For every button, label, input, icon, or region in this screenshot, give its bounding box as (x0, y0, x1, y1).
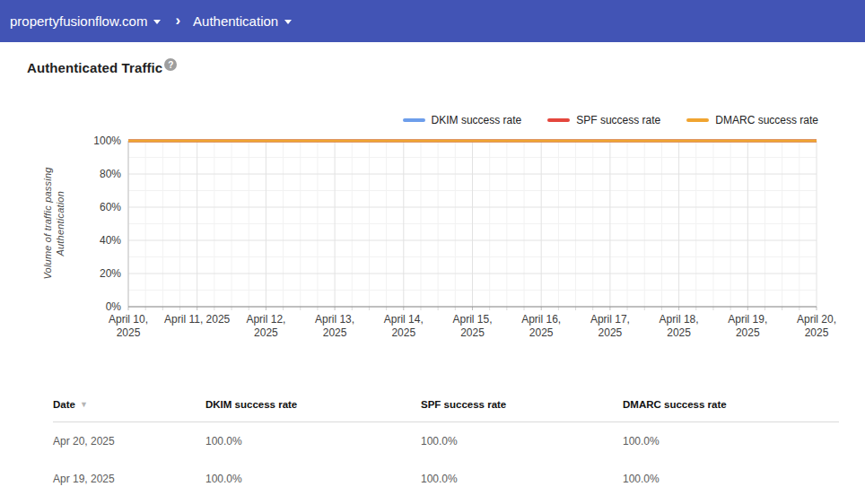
help-icon[interactable]: ? (164, 58, 177, 71)
svg-text:April 12,: April 12, (246, 313, 285, 326)
cell-date: Apr 20, 2025 (53, 435, 205, 448)
svg-text:April 14,: April 14, (384, 313, 424, 326)
legend-label: DKIM success rate (432, 114, 522, 126)
legend-item-dmarc[interactable]: DMARC success rate (686, 114, 818, 126)
authenticated-traffic-chart: DKIM success rate SPF success rate DMARC… (0, 113, 865, 345)
chart-svg: 0%20%40%60%80%100%April 10,2025April 11,… (0, 134, 865, 342)
breadcrumb-domain-label: propertyfusionflow.com (10, 13, 147, 29)
table-header-date[interactable]: Date ▼ (53, 399, 205, 410)
authentication-table: Date ▼ DKIM success rate SPF success rat… (53, 399, 839, 498)
table-row: Apr 20, 2025 100.0% 100.0% 100.0% (53, 422, 839, 460)
table-row: Apr 19, 2025 100.0% 100.0% 100.0% (53, 460, 839, 498)
breadcrumb-section-label: Authentication (193, 13, 278, 29)
svg-text:2025: 2025 (254, 326, 278, 339)
svg-text:April 20,: April 20, (797, 313, 836, 326)
legend-item-dkim[interactable]: DKIM success rate (403, 114, 522, 126)
svg-text:April 18,: April 18, (660, 313, 699, 326)
svg-text:0%: 0% (106, 300, 122, 313)
svg-text:April 10,: April 10, (109, 313, 148, 326)
plot-area: 0%20%40%60%80%100%April 10,2025April 11,… (0, 134, 865, 345)
table-header-dkim: DKIM success rate (205, 399, 421, 410)
svg-text:40%: 40% (100, 234, 121, 247)
title-row: Authenticated Traffic ? (0, 42, 865, 76)
legend-item-spf[interactable]: SPF success rate (547, 114, 660, 126)
sort-desc-icon: ▼ (80, 400, 88, 409)
page-title: Authenticated Traffic (27, 60, 162, 75)
cell-date: Apr 19, 2025 (53, 473, 205, 485)
svg-text:2025: 2025 (805, 326, 829, 339)
svg-text:April 13,: April 13, (315, 313, 354, 326)
dmarc-line-swatch-icon (686, 118, 709, 122)
svg-text:2025: 2025 (460, 326, 485, 339)
cell-dmarc: 100.0% (623, 435, 839, 448)
topbar: propertyfusionflow.com › Authentication (0, 0, 865, 42)
svg-text:100%: 100% (93, 135, 121, 147)
svg-text:2025: 2025 (529, 326, 554, 339)
svg-text:60%: 60% (100, 201, 121, 213)
dkim-line-swatch-icon (403, 118, 425, 122)
svg-text:April 17,: April 17, (590, 313, 630, 326)
svg-text:April 15,: April 15, (452, 313, 492, 326)
breadcrumb-domain-dropdown[interactable]: propertyfusionflow.com (10, 13, 161, 29)
cell-dmarc: 100.0% (623, 473, 839, 485)
svg-text:April 16,: April 16, (521, 313, 561, 326)
table-header-spf: SPF success rate (421, 399, 623, 410)
svg-text:20%: 20% (100, 267, 121, 280)
chart-legend: DKIM success rate SPF success rate DMARC… (0, 113, 865, 127)
breadcrumb-section-dropdown[interactable]: Authentication (193, 13, 292, 29)
svg-text:April 11, 2025: April 11, 2025 (164, 313, 230, 326)
svg-text:80%: 80% (100, 168, 121, 180)
legend-label: SPF success rate (576, 114, 660, 126)
svg-text:2025: 2025 (736, 326, 760, 339)
y-axis-title: Volume of traffic passing Authentication (41, 167, 66, 279)
cell-dkim: 100.0% (205, 473, 421, 485)
breadcrumb-separator-icon: › (175, 13, 180, 30)
chevron-down-icon (284, 20, 292, 24)
cell-dkim: 100.0% (205, 435, 421, 448)
svg-text:April 19,: April 19, (728, 313, 767, 326)
svg-text:2025: 2025 (391, 326, 415, 339)
svg-text:2025: 2025 (667, 326, 691, 339)
table-header-row: Date ▼ DKIM success rate SPF success rat… (53, 399, 839, 422)
legend-label: DMARC success rate (715, 114, 818, 126)
chevron-down-icon (153, 20, 161, 24)
svg-text:2025: 2025 (599, 326, 623, 339)
svg-text:2025: 2025 (323, 326, 347, 339)
spf-line-swatch-icon (547, 118, 570, 122)
cell-spf: 100.0% (421, 473, 623, 485)
table-header-dmarc: DMARC success rate (623, 399, 839, 410)
cell-spf: 100.0% (421, 435, 623, 448)
svg-text:2025: 2025 (117, 326, 141, 339)
